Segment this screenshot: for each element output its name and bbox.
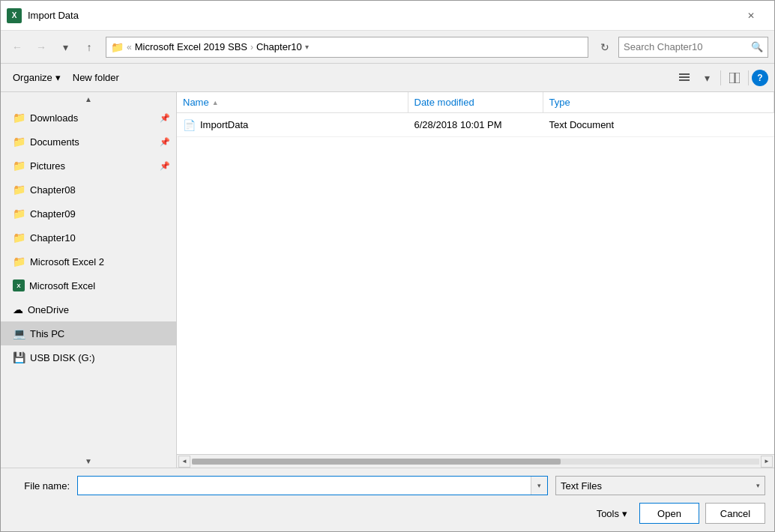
excel-logo: X [7,8,22,23]
bottom-area: File name: ▾ Text Files ▾ Tools ▾ Open C… [1,468,774,531]
ms-excel-icon: X [13,279,25,291]
usb-disk-icon: 💾 [13,351,25,363]
sidebar-item-documents[interactable]: 📁 Documents 📌 [1,130,176,154]
svg-rect-1 [679,76,690,78]
tools-button[interactable]: Tools ▾ [591,505,633,522]
filename-label: File name: [10,480,70,492]
ms-excel-2-folder-icon: 📁 [13,256,25,267]
table-row[interactable]: 📄 ImportData 6/28/2018 10:01 PM Text Doc… [177,113,774,137]
search-input[interactable] [624,41,751,52]
file-date-cell: 6/28/2018 10:01 PM [408,119,543,130]
filetype-label: Text Files [561,480,602,492]
excel-app-icon: X [7,8,22,23]
chapter10-folder-icon: 📁 [13,232,25,244]
svg-rect-3 [729,73,735,83]
filename-input[interactable] [78,480,531,492]
sidebar-item-this-pc[interactable]: 💻 This PC [1,321,176,345]
secondary-toolbar: Organize ▾ New folder ▾ ? [1,64,774,92]
file-list-header: Name ▲ Date modified Type [177,92,774,113]
filetype-select[interactable]: Text Files ▾ [555,476,765,495]
h-scroll-right[interactable]: ► [761,456,773,468]
column-header-name[interactable]: Name ▲ [177,92,408,112]
file-list: 📄 ImportData 6/28/2018 10:01 PM Text Doc… [177,113,774,454]
sidebar-item-usb-disk[interactable]: 💾 USB DISK (G:) [1,345,176,369]
action-row: Tools ▾ Open Cancel [10,503,765,524]
pin-icon: 📌 [160,113,170,123]
pictures-folder-icon: 📁 [13,160,25,172]
downloads-folder-icon: 📁 [13,112,25,124]
address-path2[interactable]: Chapter10 [256,41,302,52]
file-list-area: Name ▲ Date modified Type 📄 ImportData [177,92,774,468]
view-dropdown-button[interactable]: ▾ [696,67,717,88]
h-scroll-thumb [192,459,561,465]
address-bar[interactable]: 📁 « Microsoft Excel 2019 SBS › Chapter10… [106,37,588,58]
sidebar-content: 📁 Downloads 📌 📁 Documents 📌 📁 Pictures 📌… [1,106,176,454]
file-type-cell: Text Document [543,119,775,130]
view-separator [720,70,721,85]
chapter09-folder-icon: 📁 [13,208,25,220]
sidebar-item-downloads[interactable]: 📁 Downloads 📌 [1,106,176,130]
sort-asc-icon: ▲ [212,99,219,106]
up-button[interactable]: ↑ [79,37,100,58]
filename-dropdown-button[interactable]: ▾ [531,477,547,495]
title-controls: ✕ [734,4,768,28]
close-button[interactable]: ✕ [734,4,768,28]
file-doc-icon: 📄 [183,119,196,131]
file-name-cell: 📄 ImportData [177,119,408,131]
address-path1[interactable]: Microsoft Excel 2019 SBS [135,41,247,52]
address-dropdown-icon[interactable]: ▾ [305,43,309,51]
help-button[interactable]: ? [752,70,768,86]
svg-rect-4 [735,73,740,83]
cancel-button[interactable]: Cancel [705,503,765,524]
dropdown-nav-button[interactable]: ▾ [55,37,76,58]
search-box: 🔍 [618,37,768,58]
navigation-toolbar: ← → ▾ ↑ 📁 « Microsoft Excel 2019 SBS › C… [1,31,774,64]
main-area: ▲ 📁 Downloads 📌 📁 Documents 📌 📁 Pictures… [1,92,774,468]
view-details-button[interactable] [674,67,695,88]
back-button[interactable]: ← [7,37,28,58]
pin-icon-2: 📌 [160,137,170,147]
sidebar-item-chapter08[interactable]: 📁 Chapter08 [1,178,176,202]
sidebar-item-onedrive[interactable]: ☁ OneDrive [1,297,176,321]
sidebar-scroll-down[interactable]: ▼ [1,454,176,468]
filename-input-wrap: ▾ [77,476,548,495]
view-preview-button[interactable] [724,67,745,88]
title-bar: X Import Data ✕ [1,1,774,31]
open-button[interactable]: Open [639,503,699,524]
import-data-dialog: X Import Data ✕ ← → ▾ ↑ 📁 « Microsoft Ex… [0,0,775,532]
svg-rect-2 [679,79,690,81]
address-prefix: « [127,42,132,52]
search-icon[interactable]: 🔍 [751,41,763,52]
dialog-title: Import Data [28,10,734,21]
address-separator: › [250,42,253,52]
view-separator-2 [748,70,749,85]
address-folder-icon: 📁 [111,41,124,53]
sidebar-item-ms-excel-2[interactable]: 📁 Microsoft Excel 2 [1,250,176,273]
pin-icon-3: 📌 [160,161,170,171]
organize-button[interactable]: Organize ▾ [7,69,67,86]
sidebar-item-pictures[interactable]: 📁 Pictures 📌 [1,154,176,178]
refresh-button[interactable]: ↻ [594,37,615,58]
column-header-type[interactable]: Type [543,92,775,112]
chapter08-folder-icon: 📁 [13,184,25,196]
column-header-date[interactable]: Date modified [408,92,543,112]
sidebar: ▲ 📁 Downloads 📌 📁 Documents 📌 📁 Pictures… [1,92,177,468]
view-buttons: ▾ ? [674,67,768,88]
new-folder-button[interactable]: New folder [67,69,125,86]
forward-button[interactable]: → [31,37,52,58]
sidebar-scroll-up[interactable]: ▲ [1,92,176,106]
h-scroll-left[interactable]: ◄ [178,456,190,468]
sidebar-item-ms-excel[interactable]: X Microsoft Excel [1,273,176,297]
horizontal-scrollbar[interactable]: ◄ ► [177,454,774,468]
documents-folder-icon: 📁 [13,136,25,148]
filename-row: File name: ▾ Text Files ▾ [10,476,765,495]
sidebar-item-chapter10[interactable]: 📁 Chapter10 [1,226,176,250]
filetype-dropdown-icon: ▾ [756,482,760,489]
svg-rect-0 [679,73,690,75]
onedrive-icon: ☁ [13,303,23,315]
h-scroll-track[interactable] [192,459,759,465]
sidebar-item-chapter09[interactable]: 📁 Chapter09 [1,202,176,226]
this-pc-icon: 💻 [13,327,25,339]
